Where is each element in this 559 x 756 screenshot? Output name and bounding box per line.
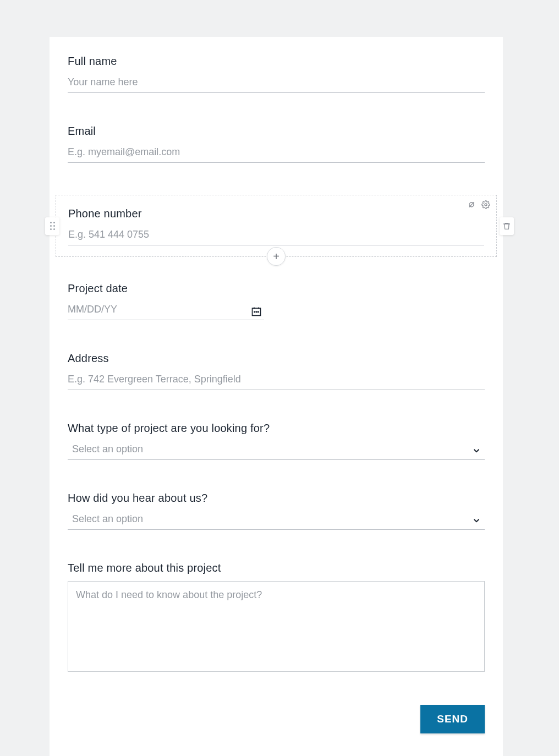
chevron-down-icon	[472, 446, 481, 456]
phone-label: Phone number	[68, 207, 484, 220]
date-input-wrap	[68, 302, 264, 320]
button-row: SEND	[68, 705, 485, 733]
project-type-placeholder: Select an option	[72, 443, 143, 454]
hear-about-select[interactable]: Select an option	[68, 511, 485, 530]
drag-dots-icon	[50, 222, 55, 230]
send-button[interactable]: SEND	[420, 705, 485, 733]
eye-off-icon	[467, 200, 476, 209]
visibility-button[interactable]	[467, 200, 476, 210]
field-project-type: What type of project are you looking for…	[68, 422, 485, 460]
full-name-input[interactable]	[68, 74, 485, 93]
project-date-label: Project date	[68, 282, 485, 295]
address-label: Address	[68, 352, 485, 365]
phone-input[interactable]	[68, 227, 484, 245]
drag-handle[interactable]	[45, 217, 59, 235]
add-field-button[interactable]: +	[267, 247, 286, 266]
field-email: Email	[68, 125, 485, 163]
field-tell-more: Tell me more about this project	[68, 562, 485, 674]
svg-point-2	[485, 204, 487, 206]
field-address: Address	[68, 352, 485, 390]
field-phone-selected[interactable]: Phone number +	[56, 195, 497, 257]
project-date-input[interactable]	[68, 302, 264, 320]
plus-icon: +	[273, 251, 280, 262]
address-input[interactable]	[68, 371, 485, 390]
hear-about-placeholder: Select an option	[72, 513, 143, 524]
email-input[interactable]	[68, 144, 485, 163]
chevron-down-icon	[472, 516, 481, 525]
gear-icon	[481, 200, 490, 209]
project-type-select[interactable]: Select an option	[68, 441, 485, 460]
tell-more-label: Tell me more about this project	[68, 562, 485, 574]
tell-more-textarea[interactable]	[68, 581, 485, 672]
field-project-date: Project date	[68, 282, 485, 320]
delete-field-button[interactable]	[500, 217, 514, 235]
project-type-label: What type of project are you looking for…	[68, 422, 485, 435]
field-top-actions	[467, 200, 491, 210]
settings-button[interactable]	[481, 200, 491, 210]
field-full-name: Full name	[68, 55, 485, 93]
trash-icon	[502, 222, 511, 231]
form-card: Full name Email Phone number + Pr	[50, 37, 503, 756]
hear-about-label: How did you hear about us?	[68, 492, 485, 505]
field-hear-about: How did you hear about us? Select an opt…	[68, 492, 485, 530]
email-label: Email	[68, 125, 485, 138]
full-name-label: Full name	[68, 55, 485, 68]
